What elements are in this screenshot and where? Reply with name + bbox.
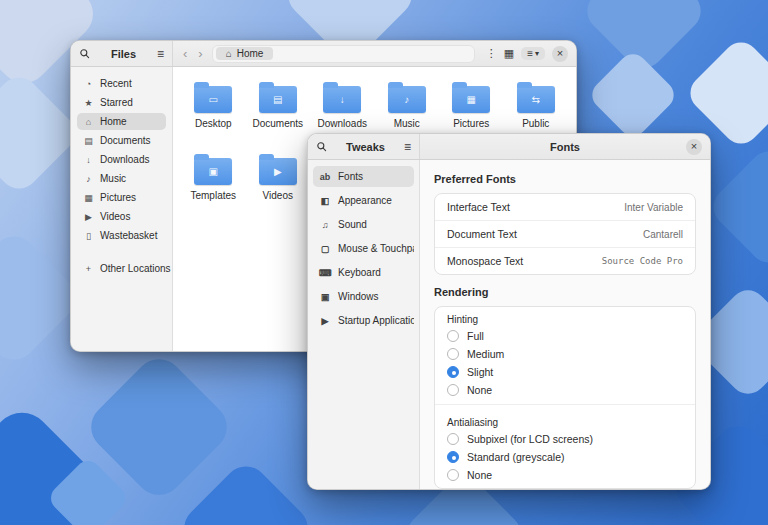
downloads-emblem-icon: ↓ [340,95,345,105]
page-title: Fonts [550,141,580,153]
folder-icon: ⇆ [517,86,555,113]
wallpaper-shape [175,457,316,525]
picture-icon: ▦ [83,193,94,203]
tweaks-window: Tweaks ≡ Fonts × ab Fonts ◧ Appearance ♫… [307,133,711,490]
sidebar-item-pictures[interactable]: ▦ Pictures [77,189,166,206]
keyboard-icon: ⌨ [319,268,331,278]
antialiasing-option-subpixel[interactable]: Subpixel (for LCD screens) [435,430,695,448]
radio-label: Standard (greyscale) [467,451,564,463]
path-bar[interactable]: ⌂ Home [212,45,475,63]
sidebar-item-label: Music [100,173,126,184]
radio-icon[interactable] [447,469,459,481]
files-sidebar-header: Files ≡ [71,41,173,66]
video-icon: ▶ [83,212,94,222]
hinting-option-full[interactable]: Full [435,327,695,345]
folder-templates[interactable]: ▣ Templates [182,151,244,223]
back-button[interactable]: ‹ [181,47,189,60]
search-icon[interactable] [316,141,327,152]
antialiasing-group-label: Antialiasing [435,410,695,430]
hamburger-menu-icon[interactable]: ≡ [157,47,164,61]
radio-label: None [467,469,492,481]
list-view-icon: ≡ [527,48,533,59]
hinting-option-none[interactable]: None [435,381,695,399]
font-row-label: Monospace Text [447,255,523,267]
sidebar-item-label: Downloads [100,154,149,165]
radio-icon[interactable] [447,348,459,360]
font-row-value: Cantarell [643,229,683,240]
radio-label: Medium [467,348,504,360]
radio-icon[interactable] [447,384,459,396]
font-row-value: Inter Variable [624,202,683,213]
close-button[interactable]: × [552,46,568,62]
folder-documents[interactable]: ▤ Documents [247,79,309,151]
new-tab-icon[interactable]: ▦ [504,47,514,60]
font-row-label: Document Text [447,228,517,240]
tab-startup-applications[interactable]: ▶ Startup Applications [313,310,414,331]
window-icon: ▣ [319,292,331,302]
hinting-option-slight[interactable]: Slight [435,363,695,381]
tab-appearance[interactable]: ◧ Appearance [313,190,414,211]
sidebar-item-starred[interactable]: ★ Starred [77,94,166,111]
document-text-row[interactable]: Document Text Cantarell [435,221,695,248]
path-segment-home[interactable]: ⌂ Home [216,47,274,60]
sidebar-item-recent[interactable]: ◔ Recent [77,75,166,92]
monospace-text-row[interactable]: Monospace Text Source Code Pro [435,248,695,274]
folder-desktop[interactable]: ▭ Desktop [182,79,244,151]
interface-text-row[interactable]: Interface Text Inter Variable [435,194,695,221]
document-icon: ▤ [83,136,94,146]
folder-label: Public [522,118,549,129]
folder-label: Desktop [195,118,232,129]
tab-mouse-touchpad[interactable]: ▢ Mouse & Touchpad [313,238,414,259]
hinting-option-medium[interactable]: Medium [435,345,695,363]
tab-label: Fonts [338,171,363,182]
tab-label: Keyboard [338,267,381,278]
divider [435,404,695,405]
sidebar-item-documents[interactable]: ▤ Documents [77,132,166,149]
sidebar-item-downloads[interactable]: ↓ Downloads [77,151,166,168]
kebab-menu-icon[interactable]: ⋮ [486,47,497,60]
sidebar-item-label: Home [100,116,127,127]
files-app-title[interactable]: Files [111,48,136,60]
sidebar-item-videos[interactable]: ▶ Videos [77,208,166,225]
radio-icon[interactable] [447,433,459,445]
view-toggle-button[interactable]: ≡ ▾ [521,47,545,60]
home-icon: ⌂ [226,48,232,59]
tab-windows[interactable]: ▣ Windows [313,286,414,307]
rendering-card: Hinting Full Medium Slight None [434,306,696,489]
radio-label: Full [467,330,484,342]
sidebar-item-other-locations[interactable]: + Other Locations [77,260,166,277]
wallpaper-shape [705,143,768,270]
folder-videos[interactable]: ▶ Videos [247,151,309,223]
search-icon[interactable] [79,48,90,59]
fonts-icon: ab [319,172,331,182]
hamburger-menu-icon[interactable]: ≡ [404,140,411,154]
hinting-group-label: Hinting [435,307,695,327]
folder-label: Downloads [318,118,367,129]
radio-icon[interactable] [447,330,459,342]
tab-sound[interactable]: ♫ Sound [313,214,414,235]
tab-keyboard[interactable]: ⌨ Keyboard [313,262,414,283]
videos-emblem-icon: ▶ [274,167,282,177]
mouse-icon: ▢ [319,244,331,254]
sidebar-item-home[interactable]: ⌂ Home [77,113,166,130]
close-button[interactable]: × [686,139,702,155]
forward-button[interactable]: › [196,47,204,60]
sidebar-item-wastebasket[interactable]: ▯ Wastebasket [77,227,166,244]
folder-icon: ♪ [388,86,426,113]
sidebar-item-music[interactable]: ♪ Music [77,170,166,187]
desktop-emblem-icon: ▭ [209,95,218,105]
radio-icon[interactable] [447,451,459,463]
tab-fonts[interactable]: ab Fonts [313,166,414,187]
folder-label: Music [394,118,420,129]
sidebar-item-label: Starred [100,97,133,108]
antialiasing-option-none[interactable]: None [435,466,695,484]
sidebar-item-label: Documents [100,135,151,146]
preferred-fonts-card: Interface Text Inter Variable Document T… [434,193,696,275]
sidebar-item-label: Pictures [100,192,136,203]
radio-icon[interactable] [447,366,459,378]
tab-label: Startup Applications [338,315,414,326]
antialiasing-option-standard[interactable]: Standard (greyscale) [435,448,695,466]
wallpaper-shape [586,48,679,141]
tab-label: Mouse & Touchpad [338,243,414,254]
path-label: Home [237,48,264,59]
